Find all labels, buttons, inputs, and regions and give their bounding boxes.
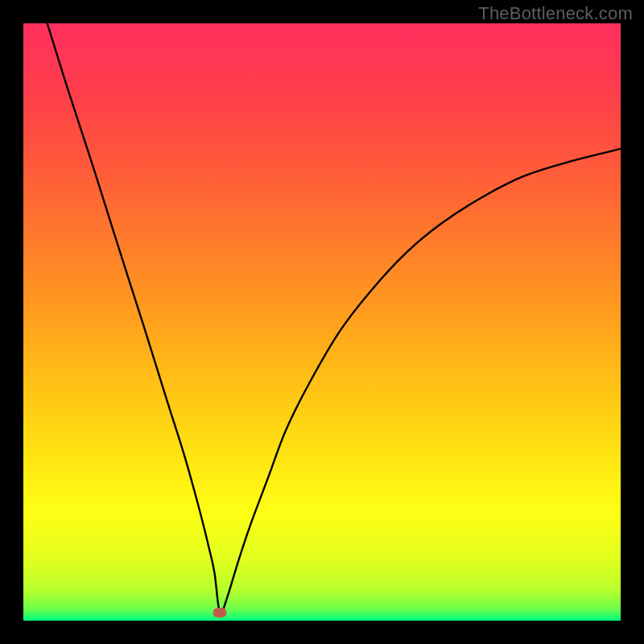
watermark-text: TheBottleneck.com [478,3,633,24]
chart-frame: TheBottleneck.com [0,0,644,644]
curve-path [47,23,621,614]
plot-area [23,23,621,621]
marker-min [213,608,227,617]
curve-svg [23,23,621,621]
